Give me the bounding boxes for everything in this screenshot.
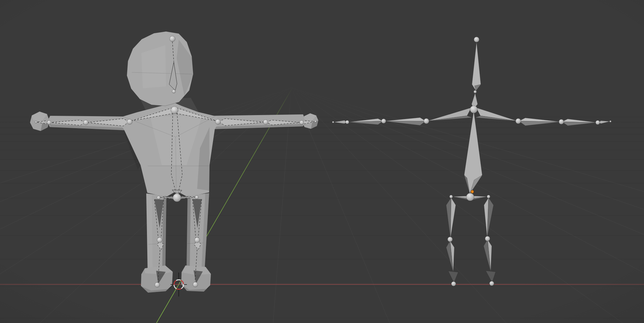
3d-viewport[interactable]: [0, 0, 644, 323]
viewport-canvas[interactable]: [0, 0, 644, 323]
vignette-overlay: [0, 0, 644, 323]
